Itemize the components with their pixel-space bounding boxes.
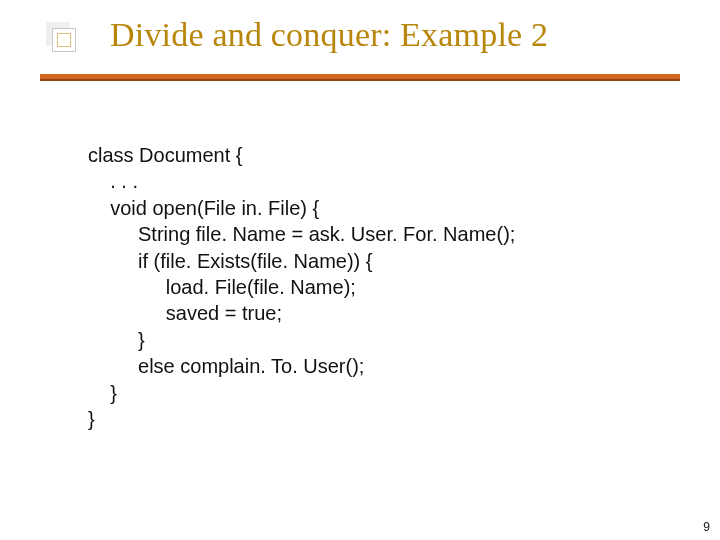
code-line: saved = true; — [88, 302, 282, 324]
page-number: 9 — [703, 520, 710, 534]
code-line: . . . — [88, 170, 138, 192]
code-block: class Document { . . . void open(File in… — [88, 142, 660, 432]
title-area: Divide and conquer: Example 2 — [40, 16, 680, 54]
code-line: else complain. To. User(); — [88, 355, 364, 377]
code-line: class Document { — [88, 144, 243, 166]
code-line: } — [88, 408, 95, 430]
slide: Divide and conquer: Example 2 class Docu… — [0, 0, 720, 540]
code-line: if (file. Exists(file. Name)) { — [88, 250, 373, 272]
code-line: } — [88, 329, 145, 351]
title-underline — [40, 74, 680, 81]
code-line: String file. Name = ask. User. For. Name… — [88, 223, 515, 245]
code-line: void open(File in. File) { — [88, 197, 319, 219]
code-line: load. File(file. Name); — [88, 276, 356, 298]
slide-title: Divide and conquer: Example 2 — [110, 16, 680, 54]
code-line: } — [88, 382, 117, 404]
